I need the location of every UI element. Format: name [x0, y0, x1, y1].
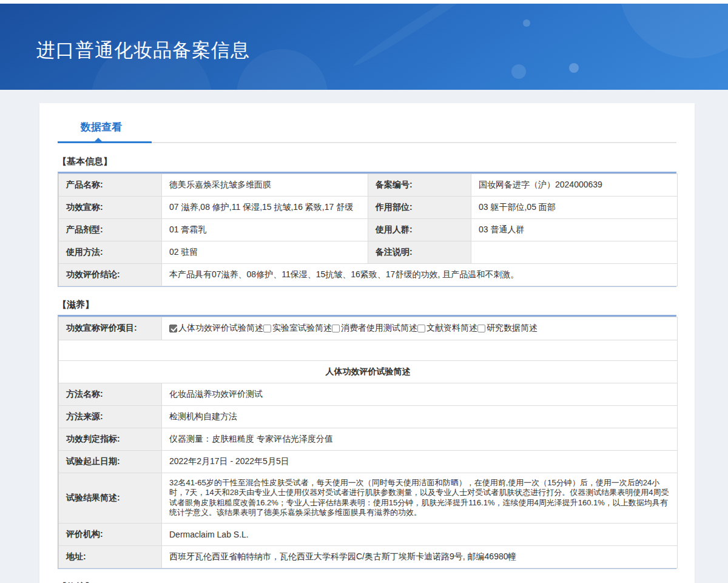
- field-value: Dermaclaim Lab S.L.: [162, 523, 678, 545]
- basic-info-table-wrap: 产品名称: 德美乐嘉焕采抗皱多维面膜 备案编号: 国妆网备进字（沪）202400…: [58, 172, 676, 287]
- field-value: 检测机构自建方法: [162, 405, 678, 428]
- field-label: 功效判定指标:: [59, 428, 162, 450]
- subsection-title: 人体功效评价试验简述: [59, 360, 678, 383]
- table-row: 使用方法: 02 驻留 备注说明:: [59, 241, 678, 264]
- field-label: 使用人群:: [368, 219, 471, 241]
- table-row: 评价机构: Dermaclaim Lab S.L.: [59, 523, 678, 545]
- table-row: 功效宣称: 07 滋养,08 修护,11 保湿,15 抗皱,16 紧致,17 舒…: [59, 197, 678, 219]
- field-label: 使用方法:: [59, 241, 162, 264]
- content-card: 数据查看 【基本信息】 产品名称: 德美乐嘉焕采抗皱多维面膜 备案编号: 国妆网…: [39, 103, 695, 583]
- table-row: 产品名称: 德美乐嘉焕采抗皱多维面膜 备案编号: 国妆网备进字（沪）202400…: [59, 174, 678, 197]
- field-label: 试验结果简述:: [59, 473, 162, 523]
- eval-checkbox-group: 人体功效评价试验简述实验室试验简述消费者使用测试简述文献资料简述研究数据简述: [162, 317, 678, 340]
- field-label: 功效评价结论:: [59, 264, 162, 286]
- field-value: 仪器测量：皮肤粗糙度 专家评估光泽度分值: [162, 428, 678, 450]
- table-row: 功效评价结论: 本产品具有07滋养、08修护、11保湿、15抗皱、16紧致、17…: [59, 264, 678, 286]
- banner-decoration-dot: [523, 19, 530, 27]
- tab-divider-line: [152, 142, 676, 143]
- field-label: 产品名称:: [59, 174, 162, 197]
- checkbox-item-consumer-test[interactable]: 消费者使用测试简述: [332, 323, 417, 334]
- table-row: 功效判定指标: 仪器测量：皮肤粗糙度 专家评估光泽度分值: [59, 428, 678, 450]
- banner-decoration-dot: [569, 63, 579, 73]
- banner-decoration-dot: [511, 64, 526, 79]
- section-heading-basic-info: 【基本信息】: [58, 156, 676, 167]
- page-title: 进口普通化妆品备案信息: [36, 38, 250, 63]
- field-label: 地址:: [59, 545, 162, 568]
- checkbox-icon[interactable]: [332, 325, 340, 332]
- checkbox-icon[interactable]: [477, 325, 485, 332]
- field-value: 07 滋养,08 修护,11 保湿,15 抗皱,16 紧致,17 舒缓: [162, 197, 368, 219]
- field-value: 03 躯干部位,05 面部: [471, 197, 678, 219]
- field-label: 评价机构:: [59, 523, 162, 545]
- basic-info-table: 产品名称: 德美乐嘉焕采抗皱多维面膜 备案编号: 国妆网备进字（沪）202400…: [58, 174, 678, 286]
- checkbox-label: 实验室试验简述: [272, 323, 332, 334]
- checkbox-item-human-test[interactable]: 人体功效评价试验简述: [169, 323, 263, 334]
- checkbox-icon[interactable]: [263, 325, 271, 332]
- nourish-table: 功效宣称评价项目: 人体功效评价试验简述实验室试验简述消费者使用测试简述文献资料…: [58, 317, 678, 568]
- table-row: 方法来源: 检测机构自建方法: [59, 405, 678, 428]
- checkbox-label: 消费者使用测试简述: [341, 323, 417, 334]
- section-heading-repair: 【修护】: [58, 581, 676, 583]
- checkbox-item-research-data[interactable]: 研究数据简述: [477, 323, 538, 334]
- table-row: 人体功效评价试验简述: [59, 360, 678, 383]
- field-label: 方法来源:: [59, 405, 162, 428]
- checkbox-item-literature[interactable]: 文献资料简述: [417, 323, 477, 334]
- field-label: 方法名称:: [59, 383, 162, 405]
- table-row: 试验起止日期: 2022年2月17日 - 2022年5月5日: [59, 450, 678, 473]
- tab-bar: 数据查看: [58, 116, 676, 144]
- field-value: 01 膏霜乳: [162, 219, 368, 241]
- field-value: 本产品具有07滋养、08修护、11保湿、15抗皱、16紧致、17舒缓的功效, 且…: [162, 264, 678, 286]
- table-row: 试验结果简述: 32名41-65岁的干性至混合性皮肤受试者，每天使用一次（同时每…: [59, 473, 678, 523]
- field-label: 作用部位:: [368, 197, 471, 219]
- field-value: 32名41-65岁的干性至混合性皮肤受试者，每天使用一次（同时每天使用洁面和防晒…: [162, 473, 678, 523]
- table-row: 方法名称: 化妆品滋养功效评价测试: [59, 383, 678, 405]
- page-banner: 进口普通化妆品备案信息: [0, 4, 728, 90]
- table-row: [59, 340, 678, 360]
- field-value: 02 驻留: [162, 241, 368, 264]
- field-value: 2022年2月17日 - 2022年5月5日: [162, 450, 678, 473]
- field-label: 备案编号:: [368, 174, 471, 197]
- field-label: 功效宣称:: [59, 197, 162, 219]
- tab-underline: [58, 141, 676, 144]
- nourish-table-wrap: 功效宣称评价项目: 人体功效评价试验简述实验室试验简述消费者使用测试简述文献资料…: [58, 315, 676, 569]
- field-value: 西班牙瓦伦西亚省帕特纳市，瓦伦西亚大学科学园C/奥古斯丁埃斯卡迪诺路9号, 邮编…: [162, 545, 678, 568]
- checkbox-label: 研究数据简述: [487, 323, 538, 334]
- spacer-row: [59, 340, 678, 360]
- field-value: 化妆品滋养功效评价测试: [162, 383, 678, 405]
- checkbox-item-lab-test[interactable]: 实验室试验简述: [263, 323, 332, 334]
- tab-active-indicator: [58, 141, 152, 143]
- table-row: 产品剂型: 01 膏霜乳 使用人群: 03 普通人群: [59, 219, 678, 241]
- checkbox-label: 人体功效评价试验简述: [178, 323, 263, 334]
- checkbox-label: 文献资料简述: [426, 323, 477, 334]
- table-row: 功效宣称评价项目: 人体功效评价试验简述实验室试验简述消费者使用测试简述文献资料…: [59, 317, 678, 340]
- field-value: [471, 241, 678, 264]
- section-heading-nourish: 【滋养】: [58, 299, 676, 311]
- field-label: 功效宣称评价项目:: [59, 317, 162, 340]
- tab-pointer-triangle: [94, 138, 103, 142]
- field-value: 国妆网备进字（沪）2024000639: [471, 174, 678, 197]
- field-value: 03 普通人群: [471, 219, 678, 241]
- table-row: 地址: 西班牙瓦伦西亚省帕特纳市，瓦伦西亚大学科学园C/奥古斯丁埃斯卡迪诺路9号…: [59, 545, 678, 568]
- banner-decoration-circle: [619, 4, 728, 58]
- field-label: 备注说明:: [368, 241, 471, 264]
- banner-decoration-streak: [351, 4, 499, 70]
- field-value: 德美乐嘉焕采抗皱多维面膜: [162, 174, 368, 197]
- checkbox-icon[interactable]: [169, 325, 177, 332]
- field-label: 试验起止日期:: [59, 450, 162, 473]
- checkbox-icon[interactable]: [417, 325, 425, 332]
- field-label: 产品剂型:: [59, 219, 162, 241]
